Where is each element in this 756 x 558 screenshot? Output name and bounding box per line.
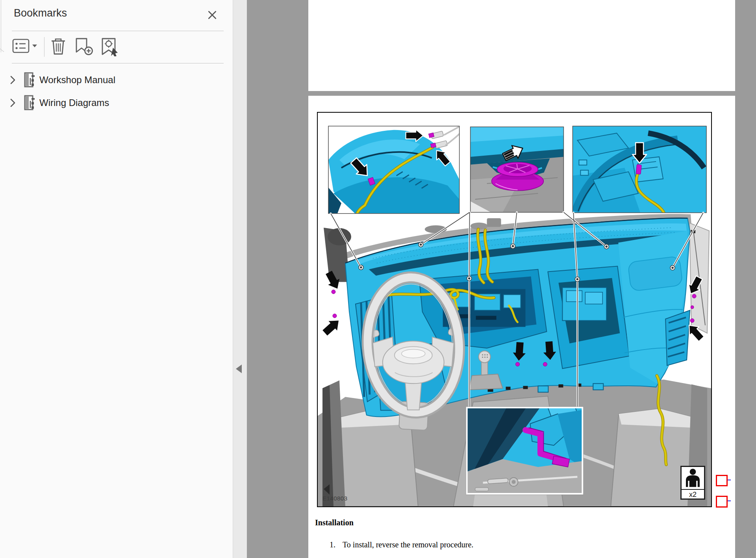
bookmark-add-icon [74, 37, 94, 56]
inset-side-connector [573, 126, 706, 213]
pdf-viewer-window: Bookmarks [0, 0, 756, 558]
previous-page [308, 0, 735, 91]
link-annotation-box-1[interactable] [716, 475, 728, 486]
bookmark-page-icon [22, 72, 35, 88]
exploded-view-figure: E140803 x2 [317, 112, 712, 507]
instrument-panel-illustration [318, 113, 711, 506]
chevron-right-icon[interactable] [9, 75, 16, 85]
bookmark-item-wiring-diagrams[interactable]: Wiring Diagrams [0, 93, 220, 113]
bookmark-page-icon [22, 95, 35, 111]
figure-reference-code: E140803 [322, 495, 348, 502]
chevron-down-icon [32, 45, 37, 47]
bookmarks-panel: Bookmarks [0, 0, 233, 558]
bookmark-item-label[interactable]: Workshop Manual [39, 73, 115, 87]
bookmark-item-label[interactable]: Wiring Diagrams [39, 96, 109, 110]
new-bookmark-button[interactable] [74, 37, 94, 57]
bookmarks-panel-title: Bookmarks [14, 7, 67, 19]
toolbar-divider [12, 63, 224, 63]
expand-current-bookmark-button[interactable] [101, 37, 120, 58]
procedure-step: 1.To install, reverse the removal proced… [330, 540, 473, 549]
two-person-lift-badge: x2 [680, 466, 705, 500]
delete-bookmark-button[interactable] [50, 38, 67, 56]
chevron-right-icon[interactable] [9, 98, 16, 108]
link-annotation-box-2[interactable] [716, 496, 728, 508]
current-page: E140803 x2 Installation 1.To install, re… [308, 96, 735, 558]
bottom-inset-image [466, 407, 584, 495]
toolbar-separator [44, 37, 44, 57]
close-icon [207, 10, 217, 20]
bookmark-item-workshop-manual[interactable]: Workshop Manual [0, 70, 220, 90]
header-divider [12, 31, 224, 31]
trash-icon [50, 38, 67, 55]
close-panel-button[interactable] [206, 9, 219, 22]
document-canvas: E140803 x2 Installation 1.To install, re… [247, 0, 756, 558]
inset-dash-top-trim [328, 126, 461, 214]
options-list-icon [12, 39, 37, 54]
installation-heading: Installation [315, 518, 354, 527]
cursor-arrow-icon [111, 48, 118, 56]
panel-left-border [1, 0, 1, 52]
multiplier-label: x2 [682, 489, 704, 499]
step-text: To install, reverse the removal procedur… [343, 540, 473, 549]
step-number: 1. [330, 540, 335, 549]
inset-cowl-grommet [471, 127, 564, 212]
person-icon [683, 468, 702, 488]
bookmark-options-button[interactable] [12, 39, 37, 55]
bookmark-locate-icon [101, 37, 120, 56]
panel-splitter[interactable] [233, 0, 248, 558]
collapse-panel-arrow-icon[interactable] [236, 365, 242, 373]
